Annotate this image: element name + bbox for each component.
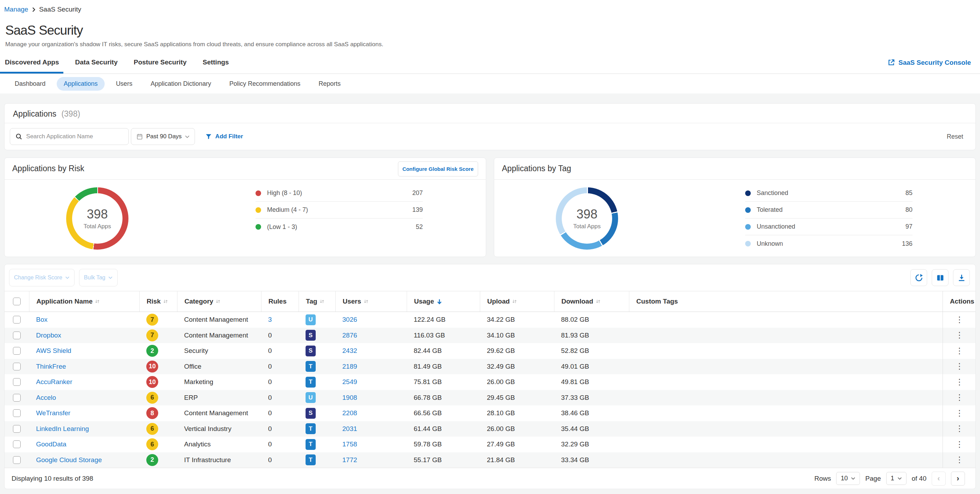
kebab-menu-icon[interactable]: ⋮ <box>956 456 964 464</box>
kebab-menu-icon[interactable]: ⋮ <box>956 331 964 339</box>
application-name-link[interactable]: AccuRanker <box>36 378 72 386</box>
users-count-link[interactable]: 1908 <box>342 394 357 402</box>
row-checkbox[interactable] <box>13 316 21 323</box>
download-button[interactable] <box>953 269 970 286</box>
column-header-application-name[interactable]: Application Name <box>29 291 139 312</box>
search-input-wrap[interactable] <box>10 128 129 145</box>
users-count-link[interactable]: 2208 <box>342 409 357 417</box>
custom-tags-cell <box>629 453 943 468</box>
kebab-menu-icon[interactable]: ⋮ <box>956 316 964 324</box>
subtab-users[interactable]: Users <box>109 77 139 91</box>
row-checkbox[interactable] <box>13 456 21 464</box>
users-count-link[interactable]: 2031 <box>342 425 357 433</box>
subtab-dashboard[interactable]: Dashboard <box>8 77 52 91</box>
breadcrumb-manage-link[interactable]: Manage <box>4 6 29 13</box>
users-count-link[interactable]: 2189 <box>342 363 357 370</box>
legend-label: High (8 - 10) <box>267 190 302 197</box>
subtab-applications[interactable]: Applications <box>57 77 105 91</box>
application-name-link[interactable]: WeTransfer <box>36 409 70 417</box>
select-all-checkbox[interactable] <box>13 298 21 305</box>
row-checkbox[interactable] <box>13 363 21 370</box>
download-cell: 88.02 GB <box>554 312 629 328</box>
usage-cell: 59.78 GB <box>407 437 480 453</box>
kebab-menu-icon[interactable]: ⋮ <box>956 394 964 402</box>
application-name-link[interactable]: AWS Shield <box>36 347 72 355</box>
users-count-link[interactable]: 2549 <box>342 378 357 386</box>
actions-cell: ⋮ <box>943 328 976 343</box>
tab-discovered-apps[interactable]: Discovered Apps <box>0 59 64 73</box>
risk-score-badge: 2 <box>146 345 158 357</box>
kebab-menu-icon[interactable]: ⋮ <box>956 347 964 355</box>
column-header-risk[interactable]: Risk <box>139 291 177 312</box>
rows-per-page-select[interactable]: 10 <box>836 472 860 485</box>
tab-posture-security[interactable]: Posture Security <box>129 59 191 73</box>
application-name-link[interactable]: Box <box>36 316 48 323</box>
application-name-link[interactable]: Google Cloud Storage <box>36 456 102 464</box>
rules-link[interactable]: 3 <box>268 316 272 323</box>
row-checkbox[interactable] <box>13 394 21 402</box>
users-count-link[interactable]: 2432 <box>342 347 357 355</box>
subtab-policy-recommendations[interactable]: Policy Recommendations <box>222 77 307 91</box>
usage-cell: 81.49 GB <box>407 359 480 374</box>
column-header-upload[interactable]: Upload <box>480 291 554 312</box>
users-count-link[interactable]: 1758 <box>342 440 357 448</box>
row-checkbox[interactable] <box>13 347 21 355</box>
kebab-menu-icon[interactable]: ⋮ <box>956 362 964 370</box>
row-checkbox[interactable] <box>13 378 21 386</box>
column-header-usage[interactable]: Usage <box>407 291 480 312</box>
sort-icon <box>595 299 601 304</box>
row-checkbox[interactable] <box>13 409 21 417</box>
chevron-down-icon <box>108 276 113 279</box>
application-name-link[interactable]: LinkedIn Learning <box>36 425 89 433</box>
column-header-custom-tags[interactable]: Custom Tags <box>629 291 943 312</box>
column-header-tag[interactable]: Tag <box>299 291 335 312</box>
row-checkbox[interactable] <box>13 440 21 448</box>
configure-global-risk-score-button[interactable]: Configure Global Risk Score <box>398 161 478 177</box>
subtab-reports[interactable]: Reports <box>312 77 348 91</box>
users-count-link[interactable]: 3026 <box>342 316 357 323</box>
column-header-rules[interactable]: Rules <box>261 291 299 312</box>
next-page-button[interactable]: › <box>951 472 965 486</box>
users-count-link[interactable]: 2876 <box>342 331 357 339</box>
tag-chart-title: Applications by Tag <box>502 164 571 173</box>
application-name-cell: LinkedIn Learning <box>29 421 139 437</box>
kebab-menu-icon[interactable]: ⋮ <box>956 440 964 448</box>
bulk-tag-button[interactable]: Bulk Tag <box>79 269 118 286</box>
columns-button[interactable] <box>932 269 948 286</box>
application-name-cell: ThinkFree <box>29 359 139 374</box>
page-select[interactable]: 1 <box>886 472 907 485</box>
row-checkbox-cell <box>5 374 29 390</box>
column-header-users[interactable]: Users <box>335 291 407 312</box>
search-input[interactable] <box>26 133 123 140</box>
application-name-link[interactable]: Accelo <box>36 394 56 402</box>
upload-cell: 29.62 GB <box>480 343 554 359</box>
change-risk-score-button[interactable]: Change Risk Score <box>9 269 75 286</box>
column-header-download[interactable]: Download <box>554 291 629 312</box>
row-checkbox[interactable] <box>13 331 21 339</box>
users-cell: 2208 <box>335 405 407 421</box>
users-count-link[interactable]: 1772 <box>342 456 357 464</box>
tag-cell: T <box>299 453 335 468</box>
date-range-dropdown[interactable]: Past 90 Days <box>131 128 195 145</box>
column-header-category[interactable]: Category <box>177 291 261 312</box>
kebab-menu-icon[interactable]: ⋮ <box>956 378 964 386</box>
custom-tags-cell <box>629 437 943 453</box>
row-checkbox[interactable] <box>13 425 21 433</box>
reset-button[interactable]: Reset <box>947 133 963 140</box>
add-filter-button[interactable]: Add Filter <box>205 133 243 140</box>
kebab-menu-icon[interactable]: ⋮ <box>956 409 964 418</box>
subtab-application-dictionary[interactable]: Application Dictionary <box>143 77 218 91</box>
previous-page-button[interactable]: ‹ <box>932 472 946 486</box>
column-header-actions[interactable]: Actions <box>943 291 976 312</box>
tab-settings[interactable]: Settings <box>198 59 233 73</box>
saas-security-console-link[interactable]: SaaS Security Console <box>887 59 971 67</box>
tab-data-security[interactable]: Data Security <box>70 59 122 73</box>
page-title: SaaS Security <box>5 23 980 38</box>
application-name-link[interactable]: GoodData <box>36 440 67 448</box>
application-name-link[interactable]: ThinkFree <box>36 363 66 370</box>
applications-count-header: Applications (398) <box>5 104 975 123</box>
application-name-link[interactable]: Dropbox <box>36 331 61 339</box>
legend-dot <box>745 241 751 247</box>
kebab-menu-icon[interactable]: ⋮ <box>956 425 964 433</box>
refresh-button[interactable] <box>910 269 927 286</box>
